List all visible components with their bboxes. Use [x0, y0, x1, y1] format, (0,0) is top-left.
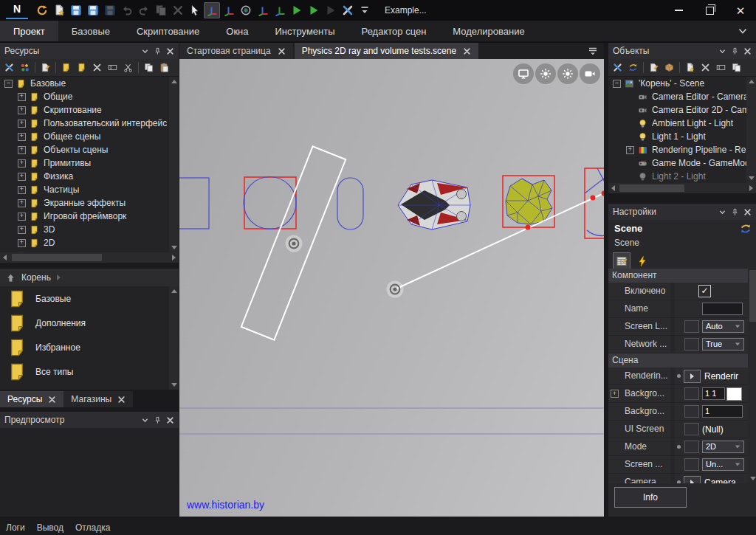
close-panel-button[interactable] [743, 47, 752, 55]
tools-button[interactable] [340, 2, 356, 18]
paste-button[interactable] [157, 61, 171, 75]
tree-item-9[interactable]: +Экранные эффекты [0, 196, 179, 210]
scroll-left-button[interactable] [608, 184, 618, 193]
scale-tool-button[interactable] [272, 2, 288, 18]
camera-view-button[interactable] [580, 63, 600, 84]
objects-panel-titlebar[interactable]: Объекты [608, 43, 756, 59]
close-tab-button[interactable] [463, 47, 471, 55]
tree-item-0[interactable]: −'Корень' - Scene [608, 77, 756, 90]
expander-icon[interactable]: + [18, 93, 26, 101]
object-gizmo-2[interactable] [387, 281, 404, 298]
collapse-button[interactable] [141, 47, 149, 55]
curve-shape-right[interactable] [585, 168, 604, 238]
dropdown[interactable]: True [702, 338, 744, 351]
menu-item-6[interactable]: Моделирование [439, 21, 537, 41]
delete-button[interactable] [90, 61, 104, 75]
tree-item-5[interactable]: +Объекты сцены [0, 143, 179, 156]
run-project-button[interactable] [289, 2, 305, 18]
spaceship-sprite[interactable] [398, 180, 470, 229]
menu-item-3[interactable]: Окна [213, 21, 261, 41]
object-gizmo-1[interactable] [286, 235, 303, 252]
events-tab[interactable] [633, 252, 651, 270]
text-input[interactable] [702, 303, 743, 315]
tree-item-2[interactable]: Camera Editor 2D - Cam [608, 103, 756, 117]
translate-tool-button[interactable] [255, 2, 271, 18]
play-disabled-button[interactable] [323, 2, 339, 18]
expander-icon[interactable]: + [18, 106, 26, 114]
tree-item-10[interactable]: +Игровой фреймворк [0, 210, 179, 223]
expand-reference-button[interactable] [684, 476, 701, 483]
save-button[interactable] [68, 2, 84, 18]
save-all-button[interactable] [85, 2, 101, 18]
scroll-thumb[interactable] [619, 184, 684, 192]
tree-item-6[interactable]: +Примитивы [0, 156, 179, 170]
redo-button[interactable] [136, 2, 152, 18]
expander-icon[interactable]: + [18, 239, 26, 247]
text-input[interactable]: 1 [702, 405, 743, 418]
tree-item-3[interactable]: +Пользовательский интерфейс [0, 117, 179, 130]
default-value-box[interactable] [684, 338, 699, 351]
move-tool-button[interactable] [204, 2, 220, 18]
menu-item-4[interactable]: Инструменты [262, 21, 348, 41]
expander-icon[interactable]: + [18, 159, 26, 168]
dropdown[interactable]: 2D [702, 441, 744, 453]
duplicate-button[interactable] [153, 2, 169, 18]
edit-button[interactable] [647, 61, 661, 75]
lighting-alt-button[interactable] [557, 63, 578, 84]
toolbar-overflow-button[interactable] [357, 2, 373, 18]
folders-vscrollbar[interactable] [169, 286, 179, 390]
export-resource-button[interactable] [75, 61, 89, 75]
rename-button[interactable] [106, 61, 120, 75]
settings-panel-titlebar[interactable]: Настройки [608, 204, 756, 220]
close-panel-button[interactable] [166, 47, 174, 55]
preview-panel-titlebar[interactable]: Предпросмотр [0, 412, 179, 428]
rename-button[interactable] [714, 61, 728, 75]
folder-item-3[interactable]: Все типы [0, 359, 179, 384]
menu-item-1[interactable]: Базовые [58, 21, 123, 41]
scroll-right-button[interactable] [746, 184, 756, 193]
expander-icon[interactable]: + [18, 213, 26, 221]
close-button[interactable]: ✕ [725, 0, 756, 21]
scroll-up-button[interactable] [169, 286, 179, 296]
duplicate-button[interactable] [729, 61, 743, 75]
folder-item-1[interactable]: Дополнения [0, 311, 179, 335]
minimize-button[interactable] [663, 0, 694, 21]
breadcrumb[interactable]: Корень [0, 269, 179, 286]
collapse-button[interactable] [718, 208, 726, 216]
refresh-button[interactable] [34, 2, 50, 18]
rotate-tool-button[interactable] [238, 2, 254, 18]
expander-icon[interactable]: + [611, 390, 619, 398]
restore-button[interactable] [694, 0, 725, 21]
copy-button[interactable] [142, 61, 156, 75]
tree-item-7[interactable]: +Физика [0, 170, 179, 183]
expander-icon[interactable]: + [18, 226, 26, 234]
close-tab-button[interactable] [117, 396, 126, 404]
tree-item-0[interactable]: −Базовые [0, 77, 179, 90]
package-button[interactable] [662, 61, 676, 75]
collapse-button[interactable] [141, 416, 149, 424]
menu-overflow-button[interactable] [729, 21, 756, 41]
delete-button[interactable] [698, 61, 712, 75]
tree-item-1[interactable]: Camera Editor - Camera [608, 90, 756, 103]
bottom-tab-1[interactable]: Магазины [63, 391, 133, 407]
tab-list-button[interactable] [582, 43, 604, 59]
tree-item-5[interactable]: +Rendering Pipeline - Ren [608, 143, 756, 156]
expander-icon[interactable]: + [18, 133, 26, 141]
box-shape-left[interactable] [179, 178, 209, 229]
scroll-right-button[interactable] [169, 253, 179, 263]
settings-button[interactable] [2, 61, 16, 75]
pin-button[interactable] [731, 208, 739, 216]
folder-item-2[interactable]: Избранное [0, 335, 179, 359]
resources-vscrollbar[interactable] [169, 77, 179, 252]
scroll-thumb[interactable] [12, 254, 102, 261]
scroll-down-button[interactable] [169, 380, 179, 390]
expander-icon[interactable]: − [613, 80, 621, 88]
folder-item-0[interactable]: Базовые [0, 286, 179, 311]
default-value-box[interactable] [684, 423, 699, 435]
status-item-0[interactable]: Логи [6, 522, 25, 533]
tree-item-12[interactable]: +2D [0, 236, 179, 249]
checkbox[interactable]: ✓ [698, 285, 711, 297]
select-tool-button[interactable] [187, 2, 203, 18]
expander-icon[interactable]: + [18, 173, 26, 181]
expander-icon[interactable]: + [18, 186, 26, 194]
